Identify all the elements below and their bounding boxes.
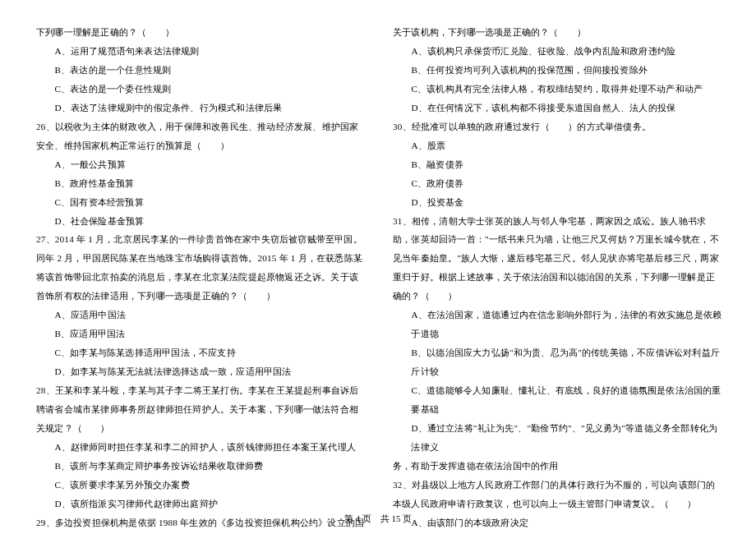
q29-option-a: A、该机构只承保货币汇兑险、征收险、战争内乱险和政府违约险 (393, 42, 723, 61)
q28-stem: 28、王某和李某斗殴，李某与其子李二将王某打伤。李某在王某提起刑事自诉后聘请省会… (36, 381, 366, 438)
q30-option-c: C、政府债券 (393, 174, 723, 193)
q32-stem: 32、对县级以上地方人民政府工作部门的具体行政行为不服的，可以向该部门的本级人民… (393, 476, 723, 513)
left-column: 下列哪一理解是正确的？（ ） A、运用了规范语句来表达法律规则 B、表达的是一个… (36, 23, 380, 509)
q25-option-a: A、运用了规范语句来表达法律规则 (36, 42, 366, 61)
q27-stem: 27、2014 年 1 月，北京居民李某的一件珍贵首饰在家中失窃后被窃贼带至甲国… (36, 230, 366, 306)
q25-stem-tail: 下列哪一理解是正确的？（ ） (36, 23, 366, 42)
q29-stem-tail: 关于该机构，下列哪一选项是正确的？（ ） (393, 23, 723, 42)
q30-option-d: D、投资基金 (393, 193, 723, 212)
q27-option-a: A、应适用中国法 (36, 306, 366, 325)
q31-option-a: A、在法治国家，道德通过内在信念影响外部行为，法律的有效实施总是依赖于道德 (393, 306, 723, 343)
q25-option-b: B、表达的是一个任意性规则 (36, 61, 366, 80)
q27-option-c: C、如李某与陈某选择适用甲国法，不应支持 (36, 343, 366, 362)
q29-option-d: D、在任何情况下，该机构都不得接受东道国自然人、法人的投保 (393, 99, 723, 117)
exam-page: 下列哪一理解是正确的？（ ） A、运用了规范语句来表达法律规则 B、表达的是一个… (0, 0, 756, 509)
q26-option-b: B、政府性基金预算 (36, 174, 366, 193)
q29-option-b: B、任何投资均可列入该机构的投保范围，但间接投资除外 (393, 61, 723, 80)
q29-stem-head: 29、多边投资担保机构是依据 1988 年生效的《多边投资担保机构公约》设立的国… (36, 513, 366, 534)
q25-option-c: C、表达的是一个委任性规则 (36, 80, 366, 99)
q30-stem: 30、经批准可以单独的政府通过发行（ ）的方式举借债务。 (393, 117, 723, 136)
q31-option-b: B、以德治国应大力弘扬"和为贵、忍为高"的传统美德，不应借诉讼对利益斤斤计较 (393, 343, 723, 381)
q31-option-c: C、道德能够令人知廉耻、懂礼让、有底线，良好的道德氛围是依法治国的重要基础 (393, 381, 723, 419)
q31-stem: 31、相传，清朝大学士张英的族人与邻人争宅基，两家因之成讼。族人驰书求助，张英却… (393, 212, 723, 306)
page-number-total: 共 15 页 (377, 513, 416, 523)
q31-option-d-line1: D、通过立法将"礼让为先"、"勤俭节约"、"见义勇为"等道德义务全部转化为法律义 (393, 419, 723, 457)
q27-option-b: B、应适用甲国法 (36, 325, 366, 343)
q32-option-a: A、由该部门的本级政府决定 (393, 513, 723, 532)
q27-option-d: D、如李某与陈某无法就法律选择达成一致，应适用甲国法 (36, 362, 366, 381)
q31-option-d-line2: 务，有助于发挥道德在依法治国中的作用 (393, 457, 723, 476)
page-number-current: 第 4 页 (341, 513, 375, 523)
q28-option-d: D、该所指派实习律师代赵律师出庭辩护 (36, 495, 366, 513)
q30-option-b: B、融资债券 (393, 155, 723, 174)
q28-option-b: B、该所与李某商定辩护事务按诉讼结果收取律师费 (36, 457, 366, 476)
q29-option-c: C、该机构具有完全法律人格，有权缔结契约，取得并处理不动产和动产 (393, 80, 723, 99)
q28-option-a: A、赵律师同时担任李某和李二的辩护人，该所钱律师担任本案王某代理人 (36, 438, 366, 457)
q26-option-c: C、国有资本经营预算 (36, 193, 366, 212)
right-column: 关于该机构，下列哪一选项是正确的？（ ） A、该机构只承保货币汇兑险、征收险、战… (380, 23, 723, 509)
q26-stem: 26、以税收为主体的财政收入，用于保障和改善民生、推动经济发展、维护国家安全、维… (36, 117, 366, 155)
q28-option-c: C、该所要求李某另外预交办案费 (36, 476, 366, 495)
q26-option-a: A、一般公共预算 (36, 155, 366, 174)
q25-option-d: D、表达了法律规则中的假定条件、行为模式和法律后果 (36, 99, 366, 117)
q26-option-d: D、社会保险基金预算 (36, 212, 366, 231)
q30-option-a: A、股票 (393, 136, 723, 155)
